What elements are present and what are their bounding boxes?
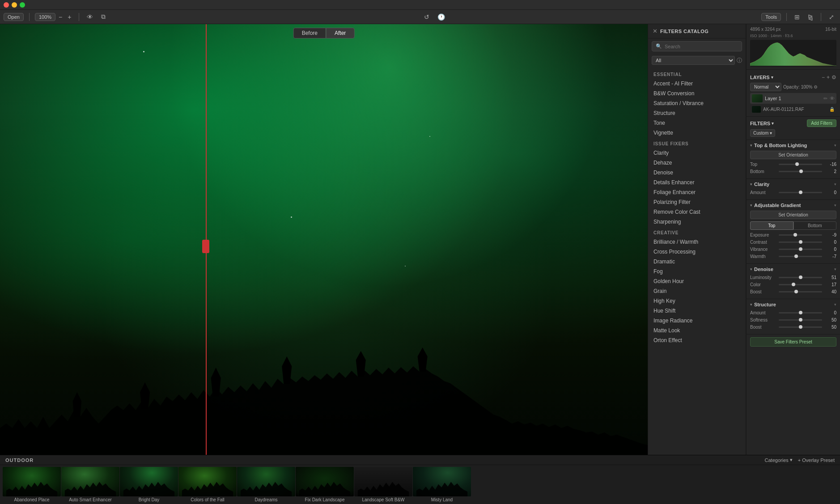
before-tab[interactable]: Before [293,28,326,38]
remove-layer-btn[interactable]: − [822,74,825,80]
catalog-category-select[interactable]: All [652,56,735,65]
open-button[interactable]: Open [4,13,24,21]
categories-button[interactable]: Categories ▾ [765,457,793,463]
gradient-header[interactable]: ▾ Adjustable Gradient ▾ [750,203,836,208]
exposure-slider[interactable] [779,232,822,237]
structure-amount-slider[interactable] [779,310,822,315]
expand-btn[interactable]: ⤢ [827,13,836,21]
custom-preset-dropdown[interactable]: Custom ▾ [750,129,775,137]
layer-lock-btn[interactable]: 🔒 [829,107,835,112]
catalog-item-orton-effect[interactable]: Orton Effect [648,335,746,345]
catalog-item-saturation[interactable]: Saturation / Vibrance [648,98,746,108]
preset-item[interactable]: Landscape Soft B&W [354,467,412,502]
catalog-info-btn[interactable]: ⓘ [737,57,742,64]
save-filters-preset-btn[interactable]: Save Filters Preset [750,337,836,347]
layer-item[interactable]: Layer 1 ✏ 👁 [750,93,836,104]
catalog-item-tone[interactable]: Tone [648,118,746,128]
clarity-slider[interactable] [779,190,822,195]
color-thumb[interactable] [792,283,795,286]
structure-header[interactable]: ▾ Structure ▾ [750,302,836,307]
catalog-close-btn[interactable]: ✕ [653,28,658,34]
split-view-btn[interactable]: ⧉ [99,12,108,21]
catalog-item-bw[interactable]: B&W Conversion [648,89,746,98]
contrast-slider[interactable] [779,239,822,245]
bottom-slider[interactable] [779,169,822,174]
softness-thumb[interactable] [799,318,802,322]
history-btn[interactable]: 🕐 [435,13,447,21]
catalog-item-details-enhancer[interactable]: Details Enhancer [648,178,746,187]
catalog-item-golden-hour[interactable]: Golden Hour [648,276,746,286]
split-handle[interactable] [202,240,209,253]
preset-item[interactable]: Bright Day [120,467,178,502]
catalog-item-brilliance[interactable]: Brilliance / Warmth [648,237,746,247]
image-view[interactable] [0,24,648,455]
catalog-item-matte-look[interactable]: Matte Look [648,326,746,335]
top-bottom-header[interactable]: ▾ Top & Bottom Lighting ▾ [750,143,836,148]
luminosity-slider[interactable] [779,275,822,280]
catalog-item-hue-shift[interactable]: Hue Shift [648,306,746,316]
preset-item[interactable]: Fix Dark Landscape [296,467,354,502]
bottom-slider-thumb[interactable] [799,169,803,173]
luminosity-thumb[interactable] [799,275,802,279]
minimize-traffic-light[interactable] [12,2,17,8]
add-filters-button[interactable]: Add Filters [807,119,836,127]
boost-slider[interactable] [779,289,822,294]
catalog-item-foliage-enhancer[interactable]: Foliage Enhancer [648,187,746,197]
layer-visibility-btn[interactable]: 👁 [830,96,835,101]
boost-thumb[interactable] [794,290,798,293]
contrast-thumb[interactable] [799,240,802,244]
denoise-header[interactable]: ▾ Denoise ▾ [750,267,836,272]
gradient-top-tab[interactable]: Top [750,221,793,230]
vibrance-thumb[interactable] [799,247,802,251]
grid-view-btn[interactable]: ⊞ [792,13,802,21]
color-slider[interactable] [779,282,822,287]
catalog-item-denoise[interactable]: Denoise [648,168,746,178]
clarity-header[interactable]: ▾ Clarity ▾ [750,182,836,187]
softness-slider[interactable] [779,317,822,322]
catalog-item-accent-ai[interactable]: Accent - AI Filter [648,79,746,89]
gradient-bottom-tab[interactable]: Bottom [793,221,837,230]
catalog-item-fog[interactable]: Fog [648,267,746,276]
catalog-item-dehaze[interactable]: Dehaze [648,158,746,168]
search-input[interactable] [665,44,738,49]
catalog-item-high-key[interactable]: High Key [648,296,746,306]
blend-mode-select[interactable]: Normal [750,83,781,91]
structure-boost-slider[interactable] [779,324,822,330]
tools-button[interactable]: Tools [761,13,781,21]
exposure-thumb[interactable] [793,233,797,237]
zoom-value-btn[interactable]: 100% [35,13,55,21]
add-layer-btn[interactable]: + [827,74,830,80]
after-tab[interactable]: After [326,28,354,38]
gradient-orientation-btn[interactable]: Set Orientation [750,211,836,219]
opacity-settings-btn[interactable]: ⚙ [814,85,818,89]
preset-item[interactable]: Misty Land [413,467,471,502]
preset-item[interactable]: Daydreams [237,467,295,502]
top-slider-thumb[interactable] [795,162,799,166]
catalog-item-polarizing-filter[interactable]: Polarizing Filter [648,197,746,207]
zoom-out-btn[interactable]: − [56,13,64,21]
clarity-slider-thumb[interactable] [799,191,802,194]
eye-icon-btn[interactable]: 👁 [85,13,95,21]
layer-edit-btn[interactable]: ✏ [823,96,827,102]
zoom-in-btn[interactable]: + [65,13,73,21]
catalog-item-structure[interactable]: Structure [648,108,746,118]
maximize-traffic-light[interactable] [20,2,25,8]
catalog-item-remove-color-cast[interactable]: Remove Color Cast [648,207,746,217]
catalog-item-vignette[interactable]: Vignette [648,128,746,138]
undo-btn[interactable]: ↺ [422,13,432,21]
overlay-preset-button[interactable]: + Overlay Preset [798,457,835,463]
vibrance-slider[interactable] [779,246,822,252]
structure-boost-thumb[interactable] [799,325,802,329]
layer-settings-btn[interactable]: ⚙ [832,74,836,80]
catalog-item-dramatic[interactable]: Dramatic [648,257,746,267]
sliders-btn[interactable]: ⧎ [806,13,815,21]
warmth-slider[interactable] [779,254,822,259]
preset-item[interactable]: Auto Smart Enhancer [61,467,119,502]
warmth-thumb[interactable] [794,254,798,258]
catalog-item-grain[interactable]: Grain [648,286,746,296]
close-traffic-light[interactable] [4,2,9,8]
top-slider[interactable] [779,161,822,167]
catalog-search-bar[interactable]: 🔍 [652,41,742,51]
preset-item[interactable]: Abandoned Place [3,467,61,502]
top-bottom-orientation-btn[interactable]: Set Orientation [750,151,836,159]
